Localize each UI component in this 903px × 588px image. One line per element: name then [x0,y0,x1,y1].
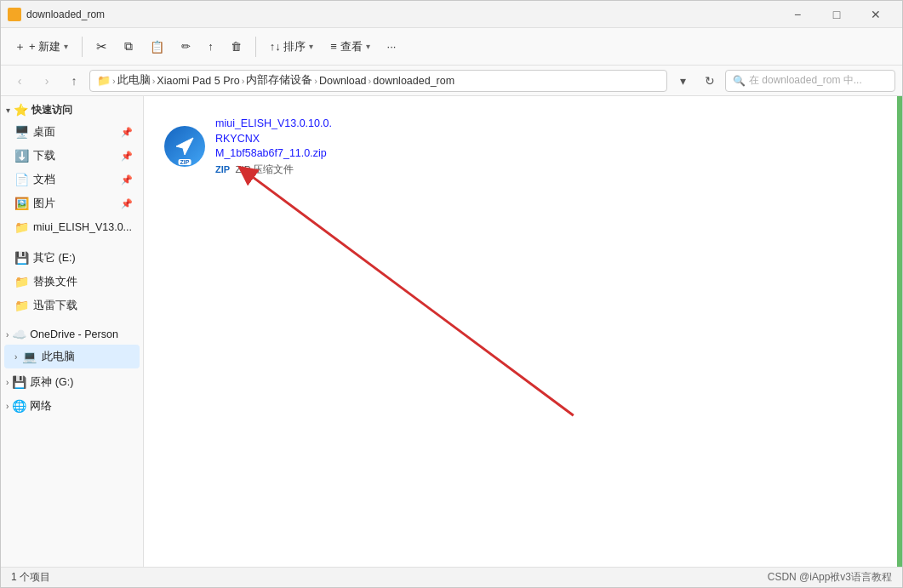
sidebar-item-this-pc[interactable]: › 💻 此电脑 [4,345,140,368]
breadcrumb-thispc[interactable]: 此电脑 [117,73,151,88]
desktop-icon: 🖥️ [14,125,28,139]
sidebar-download-label: 下载 [33,149,116,163]
drive-e-icon: 💾 [14,251,28,265]
breadcrumb-storage[interactable]: 内部存储设备 [246,73,312,88]
miui-folder-icon: 📁 [14,220,28,234]
window-controls: − □ ✕ [778,1,895,28]
address-bar: ‹ › ↑ 📁 › 此电脑 › Xiaomi Pad 5 Pro › 内部存储设… [1,66,902,96]
maximize-button[interactable]: □ [817,1,856,28]
breadcrumb-bar[interactable]: 📁 › 此电脑 › Xiaomi Pad 5 Pro › 内部存储设备 › Do… [89,70,667,92]
search-placeholder: 在 downloaded_rom 中... [749,73,862,88]
sidebar-onedrive-label: OneDrive - Person [30,328,136,340]
cut-button[interactable]: ✂ [89,36,114,58]
sidebar-thispc-label: 此电脑 [42,350,133,364]
up-button[interactable]: ↑ [62,69,86,93]
quick-access-star-icon: ⭐ [14,103,28,117]
sidebar-item-documents[interactable]: 📄 文档 📌 [4,168,140,191]
view-label: ≡ 查看 [330,39,362,54]
sidebar-item-xunlei-download[interactable]: 📁 迅雷下载 [4,294,140,317]
breadcrumb-sep-0: › [112,76,116,86]
breadcrumb-download[interactable]: Download [319,75,367,87]
rename-button[interactable]: ✏ [174,37,197,56]
new-icon: ＋ [14,39,26,54]
status-credit: CSDN @iApp袱v3语言教程 [768,570,892,585]
network-header[interactable]: › 🌐 网络 [1,396,143,416]
thispc-icon: 💻 [22,350,37,363]
share-button[interactable]: ↑ [201,37,220,56]
zip-file-icon: ZIP [164,126,205,167]
sidebar-yuanshen-label: 原神 (G:) [30,375,136,390]
more-button[interactable]: ··· [380,37,403,56]
refresh-button[interactable]: ↻ [698,69,722,93]
sort-dropdown-icon: ▾ [309,42,313,51]
window-icon [8,8,21,21]
sidebar-item-desktop[interactable]: 🖥️ 桌面 📌 [4,120,140,144]
quick-access-header[interactable]: ▾ ⭐ 快速访问 [1,100,143,120]
file-explorer-window: downloaded_rom − □ ✕ ＋ + 新建 ▾ ✂ ⧉ 📋 ✏ ↑ [0,0,903,588]
yuanshen-chevron: › [6,378,9,387]
zip-badge: ZIP [179,159,191,165]
forward-button[interactable]: › [35,69,59,93]
quick-access-chevron: ▾ [6,106,10,115]
rename-icon: ✏ [181,40,191,53]
paste-button[interactable]: 📋 [143,37,171,57]
status-items-count: 1 个项目 [11,570,50,585]
close-button[interactable]: ✕ [856,1,895,28]
xunlei-icon: 📁 [14,299,28,312]
sidebar-item-download[interactable]: ⬇️ 下载 📌 [4,144,140,168]
sidebar-desktop-label: 桌面 [33,125,116,140]
pin-icon-desktop: 📌 [121,127,133,138]
yuanshen-icon: 💾 [12,375,26,389]
cut-icon: ✂ [96,39,107,54]
file-name: miui_ELISH_V13.0.10.0.RKYCNX M_1bf58ab6f… [215,117,338,162]
pin-icon-download: 📌 [121,151,133,162]
onedrive-header[interactable]: › ☁️ OneDrive - Person [1,324,143,345]
breadcrumb-folder-icon: 📁 [97,74,111,87]
sidebar: ▾ ⭐ 快速访问 🖥️ 桌面 📌 ⬇️ 下载 📌 📄 文档 📌 🖼️ [1,96,144,567]
view-dropdown-icon: ▾ [366,42,370,51]
network-icon: 🌐 [12,399,26,413]
green-accent-bar [897,96,902,567]
yuanshen-header[interactable]: › 💾 原神 (G:) [1,372,143,392]
breadcrumb-sep-2: › [242,76,245,86]
new-button[interactable]: ＋ + 新建 ▾ [8,36,75,58]
delete-icon: 🗑 [231,40,242,53]
file-meta: miui_ELISH_V13.0.10.0.RKYCNX M_1bf58ab6f… [215,117,338,176]
back-button[interactable]: ‹ [8,69,31,93]
breadcrumb-dropdown-button[interactable]: ▾ [671,69,694,93]
view-button[interactable]: ≡ 查看 ▾ [323,36,376,58]
sidebar-item-miui-folder[interactable]: 📁 miui_ELISH_V13.0... [4,215,140,239]
sort-button[interactable]: ↑↓ 排序 ▾ [263,36,321,58]
documents-icon: 📄 [14,173,28,186]
pictures-icon: 🖼️ [14,197,28,210]
network-chevron: › [6,402,9,411]
copy-button[interactable]: ⧉ [117,36,140,57]
separator-2 [255,37,256,57]
toolbar: ＋ + 新建 ▾ ✂ ⧉ 📋 ✏ ↑ 🗑 ↑↓ 排序 ▾ ≡ 查看 ▾ [1,28,902,66]
sidebar-replace-files-label: 替换文件 [33,275,133,289]
pin-icon-pictures: 📌 [121,198,133,209]
file-area: ZIP miui_ELISH_V13.0.10.0.RKYCNX M_1bf58… [144,96,902,567]
paste-icon: 📋 [150,40,164,54]
window-title: downloaded_rom [26,9,778,20]
sidebar-item-other-e[interactable]: 💾 其它 (E:) [4,246,140,270]
copy-icon: ⧉ [124,39,133,54]
sidebar-other-e-label: 其它 (E:) [33,251,133,265]
delete-button[interactable]: 🗑 [224,37,249,56]
status-bar: 1 个项目 CSDN @iApp袱v3语言教程 [1,567,902,587]
breadcrumb-device[interactable]: Xiaomi Pad 5 Pro [157,75,239,87]
sidebar-documents-label: 文档 [33,173,116,187]
onedrive-icon: ☁️ [12,328,26,341]
file-item-zip[interactable]: ZIP miui_ELISH_V13.0.10.0.RKYCNX M_1bf58… [157,110,345,183]
sidebar-item-replace-files[interactable]: 📁 替换文件 [4,270,140,294]
sort-label: ↑↓ 排序 [270,39,306,54]
search-icon: 🔍 [733,75,746,87]
thispc-expand-icon: › [14,352,17,362]
minimize-button[interactable]: − [778,1,817,28]
onedrive-chevron: › [6,330,9,340]
sidebar-item-pictures[interactable]: 🖼️ 图片 📌 [4,191,140,215]
separator-1 [82,37,83,57]
search-box[interactable]: 🔍 在 downloaded_rom 中... [725,70,895,92]
new-dropdown-icon: ▾ [64,42,68,51]
breadcrumb-sep-3: › [314,76,317,86]
